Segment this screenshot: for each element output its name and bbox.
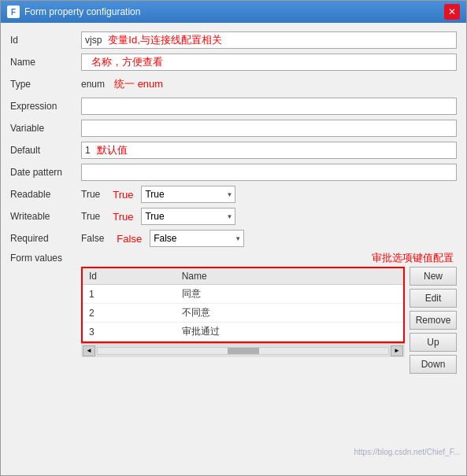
cell-id: 1 bbox=[83, 285, 176, 304]
type-row: Type enum 统一 enum bbox=[10, 75, 457, 94]
readable-label: Readable bbox=[10, 189, 81, 200]
name-annotation: 名称，方便查看 bbox=[91, 55, 163, 69]
cell-name: 审批通过 bbox=[176, 323, 403, 341]
writeable-annotation: True bbox=[113, 211, 133, 223]
form-values-content: 审批选项键值配置 Id Name bbox=[81, 251, 457, 374]
name-row: Name 名称，方便查看 bbox=[10, 53, 457, 72]
id-value: vjsp bbox=[85, 35, 102, 46]
writeable-select-wrapper: True False ▼ bbox=[141, 208, 235, 225]
values-with-buttons: Id Name 1同意2不同意3审批通过 ◄ bbox=[81, 267, 457, 374]
window-body: Id vjsp 变量Id,与连接线配置相关 Name 名称，方便查看 Type … bbox=[1, 23, 466, 475]
readable-select-wrapper: True False ▼ bbox=[141, 186, 235, 203]
side-buttons: New Edit Remove Up Down bbox=[410, 267, 457, 374]
required-select-wrapper: False True ▼ bbox=[150, 230, 244, 247]
expression-input[interactable] bbox=[81, 98, 457, 115]
required-label: Required bbox=[10, 233, 81, 244]
table-row[interactable]: 3审批通过 bbox=[83, 323, 403, 341]
required-select-area: False False False True ▼ bbox=[81, 230, 244, 247]
scroll-left-button[interactable]: ◄ bbox=[83, 345, 95, 356]
id-field[interactable]: vjsp 变量Id,与连接线配置相关 bbox=[81, 31, 457, 49]
form-values-label: Form values bbox=[10, 251, 81, 264]
type-prefix: enum bbox=[81, 79, 105, 90]
type-field-area: enum 统一 enum bbox=[81, 77, 457, 91]
cell-name: 同意 bbox=[176, 285, 403, 304]
title-bar-left: F Form property configuration bbox=[7, 6, 140, 18]
id-annotation: 变量Id,与连接线配置相关 bbox=[108, 33, 221, 47]
scroll-right-button[interactable]: ► bbox=[391, 345, 403, 356]
title-bar: F Form property configuration ✕ bbox=[1, 1, 466, 23]
writeable-row: Writeable True True True False ▼ bbox=[10, 207, 457, 226]
scroll-track[interactable] bbox=[97, 347, 389, 355]
variable-row: Variable bbox=[10, 119, 457, 138]
cell-name: 不同意 bbox=[176, 304, 403, 323]
table-row[interactable]: 1同意 bbox=[83, 285, 403, 304]
default-value: 1 bbox=[85, 145, 91, 156]
id-label: Id bbox=[10, 35, 81, 46]
window-icon: F bbox=[7, 6, 20, 18]
default-label: Default bbox=[10, 145, 81, 156]
table-area: Id Name 1同意2不同意3审批通过 ◄ bbox=[81, 267, 405, 357]
default-annotation: 默认值 bbox=[97, 143, 128, 157]
required-row: Required False False False True ▼ bbox=[10, 229, 457, 248]
writeable-prefix: True bbox=[81, 211, 100, 222]
form-content: Id vjsp 变量Id,与连接线配置相关 Name 名称，方便查看 Type … bbox=[1, 23, 466, 475]
form-values-row: Form values 审批选项键值配置 Id Name bbox=[10, 251, 457, 374]
down-button[interactable]: Down bbox=[410, 355, 457, 374]
form-values-annotation: 审批选项键值配置 bbox=[81, 251, 457, 265]
readable-select[interactable]: True False bbox=[141, 186, 235, 203]
table-body: 1同意2不同意3审批通过 bbox=[83, 285, 403, 341]
variable-input[interactable] bbox=[81, 120, 457, 137]
table-container: Id Name 1同意2不同意3审批通过 bbox=[81, 267, 405, 343]
table-row[interactable]: 2不同意 bbox=[83, 304, 403, 323]
horizontal-scrollbar[interactable]: ◄ ► bbox=[81, 343, 405, 357]
variable-label: Variable bbox=[10, 123, 81, 134]
writeable-select-area: True True True False ▼ bbox=[81, 208, 235, 225]
new-button[interactable]: New bbox=[410, 267, 457, 286]
col-id-header: Id bbox=[83, 268, 176, 285]
expression-label: Expression bbox=[10, 101, 81, 112]
up-button[interactable]: Up bbox=[410, 333, 457, 352]
writeable-select[interactable]: True False bbox=[141, 208, 235, 225]
default-row: Default 1 默认值 bbox=[10, 141, 457, 160]
col-name-header: Name bbox=[176, 268, 403, 285]
default-field[interactable]: 1 默认值 bbox=[81, 142, 457, 159]
date-pattern-label: Date pattern bbox=[10, 167, 81, 178]
id-row: Id vjsp 变量Id,与连接线配置相关 bbox=[10, 31, 457, 50]
data-table: Id Name 1同意2不同意3审批通过 bbox=[83, 268, 403, 341]
required-prefix: False bbox=[81, 233, 104, 244]
readable-annotation: True bbox=[113, 189, 133, 201]
readable-row: Readable True True True False ▼ bbox=[10, 185, 457, 204]
edit-button[interactable]: Edit bbox=[410, 289, 457, 308]
type-annotation: 统一 enum bbox=[114, 77, 163, 91]
name-label: Name bbox=[10, 57, 81, 68]
close-button[interactable]: ✕ bbox=[444, 4, 460, 20]
readable-prefix: True bbox=[81, 189, 100, 200]
name-field[interactable]: 名称，方便查看 bbox=[81, 54, 457, 71]
required-select[interactable]: False True bbox=[150, 230, 244, 247]
window-title: Form property configuration bbox=[24, 6, 140, 17]
date-pattern-input[interactable] bbox=[81, 164, 457, 181]
table-header-row: Id Name bbox=[83, 268, 403, 285]
required-annotation: False bbox=[117, 233, 142, 245]
cell-id: 3 bbox=[83, 323, 176, 341]
date-pattern-row: Date pattern bbox=[10, 163, 457, 182]
writeable-label: Writeable bbox=[10, 211, 81, 222]
window: F Form property configuration ✕ Id vjsp … bbox=[0, 0, 467, 476]
scroll-thumb bbox=[228, 348, 259, 354]
cell-id: 2 bbox=[83, 304, 176, 323]
readable-select-area: True True True False ▼ bbox=[81, 186, 235, 203]
type-label: Type bbox=[10, 79, 81, 90]
remove-button[interactable]: Remove bbox=[410, 311, 457, 330]
expression-row: Expression bbox=[10, 97, 457, 116]
